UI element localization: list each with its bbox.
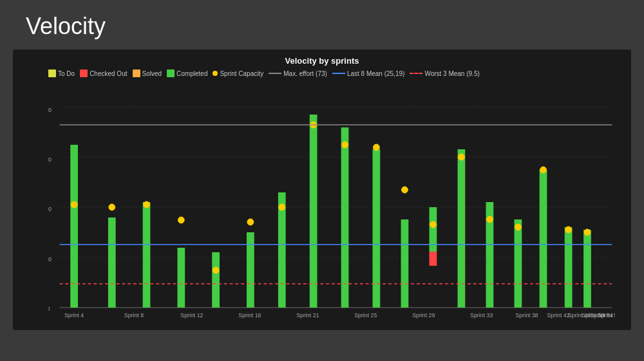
svg-text:20: 20: [48, 256, 52, 263]
bar-s2-completed: [108, 218, 116, 308]
dot-s6-capacity: [247, 219, 254, 225]
svg-text:Sprint 4: Sprint 4: [64, 312, 84, 319]
bar-s11-completed: [401, 219, 409, 308]
dot-s1-capacity: [71, 201, 77, 208]
dot-s14-capacity: [487, 216, 493, 223]
todo-label: To Do: [58, 70, 75, 77]
legend-max-effort: Max. effort (73): [269, 70, 327, 77]
bar-s8-completed: [310, 115, 317, 308]
bar-s6-completed: [247, 232, 254, 308]
checked-out-label: Checked Out: [90, 70, 127, 77]
bar-s12-co: [430, 252, 437, 266]
last8-mean-line: [332, 73, 345, 74]
worst3-mean-label: Worst 3 Mean (9.5): [424, 70, 479, 77]
sprint-capacity-swatch: [213, 71, 218, 76]
svg-text:Sprint 25: Sprint 25: [354, 312, 377, 319]
chart-title: Velocity by sprints: [23, 56, 621, 66]
checked-out-swatch: [80, 69, 88, 77]
max-effort-label: Max. effort (73): [283, 70, 327, 77]
dot-s4-capacity: [178, 217, 184, 223]
svg-text:Sprint 33: Sprint 33: [470, 312, 493, 319]
chart-area: 0 20 40 60 80: [48, 82, 615, 320]
dot-s2-capacity: [109, 204, 115, 210]
dot-s10-capacity: [374, 144, 380, 151]
svg-text:0: 0: [48, 306, 50, 312]
svg-text:60: 60: [48, 156, 52, 163]
bar-s3-completed: [143, 202, 151, 308]
bar-s4-completed: [177, 248, 185, 308]
legend-completed: Completed: [167, 69, 207, 77]
page-title: Velocity: [26, 13, 618, 40]
svg-text:Sprint 38: Sprint 38: [516, 312, 538, 319]
velocity-chart-svg: 0 20 40 60 80: [48, 82, 615, 320]
dot-s5-capacity: [213, 267, 219, 273]
dot-s16-capacity: [540, 167, 547, 173]
legend-checked-out: Checked Out: [80, 69, 127, 77]
dot-s12-capacity: [430, 221, 437, 228]
completed-swatch: [167, 69, 175, 77]
dot-s9-capacity: [342, 142, 348, 148]
svg-text:Sprint 16: Sprint 16: [238, 312, 261, 319]
dot-s7-capacity: [279, 204, 285, 210]
last8-mean-label: Last 8 Mean (25,19): [347, 70, 405, 77]
legend-solved: Solved: [133, 69, 162, 77]
dot-s13-capacity: [459, 154, 465, 160]
legend-last8-mean: Last 8 Mean (25,19): [332, 70, 405, 77]
legend-worst3-mean: Worst 3 Mean (9.5): [410, 70, 479, 77]
chart-legend: To Do Checked Out Solved Completed Sprin…: [23, 69, 621, 77]
svg-text:Sprint 21: Sprint 21: [296, 312, 319, 319]
sprint-capacity-label: Sprint Capacity: [220, 70, 263, 77]
chart-container: Velocity by sprints To Do Checked Out So…: [13, 50, 631, 330]
dot-s18-capacity: [584, 229, 591, 236]
bar-s15-completed: [515, 219, 522, 308]
dot-s3-capacity: [144, 201, 150, 208]
bar-s9-completed: [341, 127, 349, 308]
svg-text:Sprint 42: Sprint 42: [547, 312, 569, 319]
bar-s5-completed: [212, 252, 220, 308]
max-effort-line: [269, 73, 281, 74]
svg-text:Sprint 8: Sprint 8: [124, 312, 144, 319]
svg-text:Sprint 29: Sprint 29: [412, 312, 435, 319]
svg-text:80: 80: [48, 107, 52, 113]
page-header: Velocity: [0, 0, 644, 50]
bar-s16-completed: [540, 170, 547, 308]
worst3-mean-line: [410, 73, 422, 74]
svg-text:Sprint 58: Sprint 58: [598, 312, 615, 319]
solved-swatch: [133, 69, 140, 77]
bar-s17-completed: [565, 227, 573, 308]
legend-sprint-capacity: Sprint Capacity: [213, 70, 263, 77]
svg-text:40: 40: [48, 206, 52, 212]
dot-s15-capacity: [515, 224, 522, 230]
solved-label: Solved: [142, 70, 162, 77]
dot-s17-capacity: [565, 227, 572, 233]
svg-text:Sprint 12: Sprint 12: [180, 312, 203, 319]
bar-s1-completed: [70, 145, 78, 308]
legend-todo: To Do: [48, 69, 75, 77]
completed-label: Completed: [176, 70, 207, 77]
dot-s11-capacity: [402, 187, 408, 193]
todo-swatch: [48, 69, 56, 77]
bar-s18-completed: [583, 230, 591, 308]
